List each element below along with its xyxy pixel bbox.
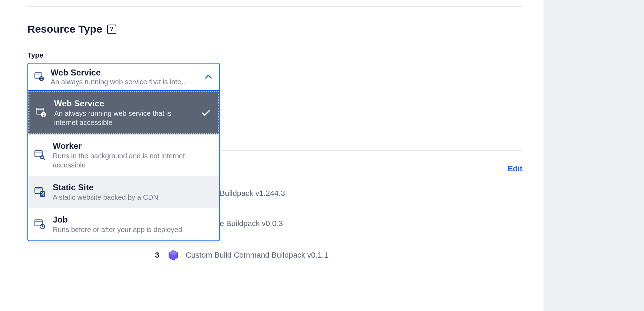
option-text: Static Site A static website backed by a… [45,182,212,202]
buildpack-label: Custom Build Command Buildpack v0.1.1 [186,251,328,260]
help-icon[interactable]: ? [107,25,116,34]
help-glyph: ? [110,26,114,32]
option-desc: A static website backed by a CDN [53,193,186,202]
section-divider [221,150,522,151]
web-service-icon [36,108,46,118]
option-desc: An always running web service that is in… [54,109,188,127]
option-text: Worker Runs in the background and is not… [45,141,212,170]
buildpack-row: e Buildpack v0.0.3 [220,219,283,228]
svg-line-24 [43,226,44,227]
web-service-icon [34,72,45,81]
job-icon [34,219,45,229]
dropdown-option-job[interactable]: Job Runs before or after your app is dep… [28,208,219,240]
option-desc: Runs before or after your app is deploye… [53,225,186,234]
chevron-up-icon [204,72,213,81]
dropdown-selected-title: Web Service [51,68,204,78]
hex-logo-icon [167,249,179,261]
dropdown-option-static-site[interactable]: Static Site A static website backed by a… [28,176,219,208]
option-text: Web Service An always running web servic… [46,98,201,127]
dropdown-selected-desc: An always running web service that is in… [51,78,198,86]
option-title: Worker [53,141,212,151]
buildpack-index: 3 [153,251,161,260]
static-site-icon [34,187,45,197]
dropdown-option-web-service[interactable]: Web Service An always running web servic… [28,91,219,134]
worker-icon [34,150,45,160]
buildpack-label: e Buildpack v0.0.3 [220,219,283,228]
check-icon [201,108,211,118]
option-title: Static Site [53,182,212,193]
svg-rect-14 [35,187,42,193]
resource-type-dropdown: Web Service An always running web servic… [27,63,220,241]
dropdown-trigger[interactable]: Web Service An always running web servic… [27,63,220,91]
section-divider [27,6,522,7]
buildpack-row: 3 Custom Build Command Buildpack v0.1.1 [153,249,328,261]
section-header-row: Resource Type ? [27,23,522,35]
section-heading: Resource Type [27,23,102,35]
edit-link[interactable]: Edit [508,164,522,173]
option-desc: Runs in the background and is not intern… [53,151,186,170]
buildpack-label: Buildpack v1.244.3 [220,189,285,198]
option-title: Job [53,214,212,225]
svg-line-13 [43,158,45,159]
field-label: Type [27,51,522,59]
buildpack-row: Buildpack v1.244.3 [220,189,285,198]
dropdown-option-worker[interactable]: Worker Runs in the background and is not… [28,134,219,176]
option-text: Job Runs before or after your app is dep… [45,214,212,234]
page-gutter [543,0,644,311]
dropdown-list: Web Service An always running web servic… [27,91,220,241]
page-content: Resource Type ? Type Web Service An alwa… [0,0,543,311]
option-title: Web Service [54,98,201,109]
dropdown-selected-text: Web Service An always running web servic… [45,68,204,86]
